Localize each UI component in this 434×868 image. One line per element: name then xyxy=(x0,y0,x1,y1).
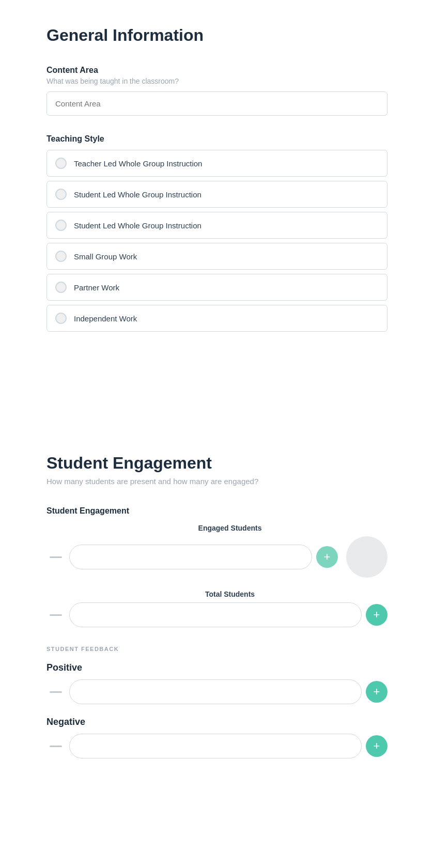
pie-chart xyxy=(346,536,388,578)
engaged-students-plus-button[interactable]: + xyxy=(316,546,338,568)
radio-circle-independent-work xyxy=(55,313,67,324)
total-students-label: Total Students xyxy=(72,590,388,598)
radio-option-small-group[interactable]: Small Group Work xyxy=(47,243,388,270)
radio-label-student-led-1: Student Led Whole Group Instruction xyxy=(74,190,202,199)
teaching-style-section: Teaching Style Teacher Led Whole Group I… xyxy=(47,134,388,332)
engaged-students-input[interactable]: 0 xyxy=(69,545,312,569)
radio-circle-small-group xyxy=(55,251,67,262)
radio-circle-student-led-1 xyxy=(55,189,67,200)
minus-icon xyxy=(50,556,62,558)
plus-icon-4: + xyxy=(374,740,380,752)
total-students-plus-button[interactable]: + xyxy=(366,604,388,626)
student-engagement-title: Student Engagement xyxy=(47,454,388,473)
positive-label: Positive xyxy=(47,662,388,673)
content-area-input[interactable] xyxy=(47,91,388,116)
content-area-field: Content Area What was being taught in th… xyxy=(47,66,388,116)
page-title: General Information xyxy=(47,26,388,45)
plus-icon-3: + xyxy=(374,686,380,698)
total-students-input[interactable]: 0 xyxy=(69,602,362,627)
total-students-minus-button[interactable] xyxy=(47,606,65,624)
radio-circle-student-led-2 xyxy=(55,220,67,231)
student-engagement-section: Student Engagement How many students are… xyxy=(47,454,388,758)
radio-option-student-led-2[interactable]: Student Led Whole Group Instruction xyxy=(47,212,388,239)
engagement-block: Student Engagement Engaged Students 0 + xyxy=(47,506,388,627)
radio-option-partner-work[interactable]: Partner Work xyxy=(47,274,388,301)
content-area-label: Content Area xyxy=(47,66,388,75)
radio-circle-partner-work xyxy=(55,282,67,293)
negative-minus-button[interactable] xyxy=(47,737,65,755)
plus-icon: + xyxy=(324,551,331,563)
negative-input[interactable]: 0 xyxy=(69,734,362,758)
negative-label: Negative xyxy=(47,717,388,727)
radio-circle-teacher-led xyxy=(55,158,67,169)
minus-icon-3 xyxy=(50,691,62,693)
engagement-block-label: Student Engagement xyxy=(47,506,388,516)
feedback-category-label: STUDENT FEEDBACK xyxy=(47,646,388,652)
positive-feedback-item: Positive 0 + xyxy=(47,662,388,704)
radio-label-partner-work: Partner Work xyxy=(74,283,119,292)
teaching-style-label: Teaching Style xyxy=(47,134,388,144)
minus-icon-2 xyxy=(50,614,62,616)
radio-label-independent-work: Independent Work xyxy=(74,314,137,323)
negative-feedback-item: Negative 0 + xyxy=(47,717,388,758)
radio-option-teacher-led[interactable]: Teacher Led Whole Group Instruction xyxy=(47,150,388,177)
radio-option-student-led-1[interactable]: Student Led Whole Group Instruction xyxy=(47,181,388,208)
radio-label-small-group: Small Group Work xyxy=(74,252,137,261)
engaged-students-minus-button[interactable] xyxy=(47,548,65,566)
student-feedback-section: STUDENT FEEDBACK Positive 0 + Negative xyxy=(47,646,388,758)
negative-plus-button[interactable]: + xyxy=(366,735,388,757)
engaged-students-label: Engaged Students xyxy=(72,524,388,532)
radio-option-independent-work[interactable]: Independent Work xyxy=(47,305,388,332)
positive-input[interactable]: 0 xyxy=(69,679,362,704)
content-area-description: What was being taught in the classroom? xyxy=(47,77,388,85)
radio-label-teacher-led: Teacher Led Whole Group Instruction xyxy=(74,159,202,168)
radio-label-student-led-2: Student Led Whole Group Instruction xyxy=(74,221,202,230)
positive-minus-button[interactable] xyxy=(47,683,65,701)
plus-icon-2: + xyxy=(374,609,380,621)
positive-plus-button[interactable]: + xyxy=(366,681,388,703)
minus-icon-4 xyxy=(50,746,62,747)
student-engagement-description: How many students are present and how ma… xyxy=(47,477,388,486)
